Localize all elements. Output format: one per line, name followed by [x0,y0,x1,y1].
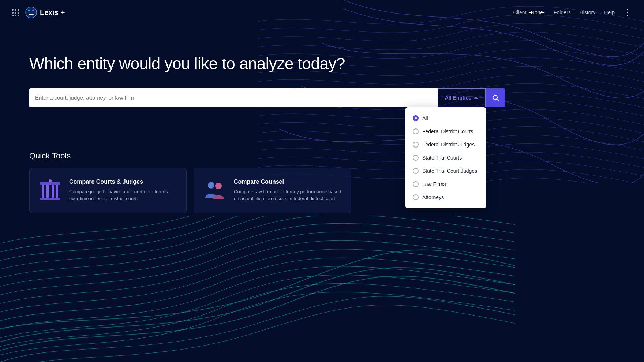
quick-tools-title: Quick Tools [29,151,615,161]
compare-courts-info: Compare Courts & Judges Compare judge be… [69,179,177,202]
quick-tools-grid: Compare Courts & Judges Compare judge be… [29,168,615,213]
svg-rect-5 [40,198,60,200]
search-container: All Entities AllFederal District CourtsF… [29,88,505,107]
dropdown-option-all[interactable]: All [405,112,486,125]
search-icon [492,94,499,101]
compare-counsel-info: Compare Counsel Compare law firm and att… [234,179,342,202]
compare-counsel-title: Compare Counsel [234,179,342,185]
help-link[interactable]: Help [604,10,615,15]
svg-rect-9 [46,185,49,198]
radio-all [413,115,419,121]
compare-counsel-icon [203,179,226,202]
navbar-left: Lexis + [12,7,65,18]
search-button[interactable] [486,88,505,107]
logo-text: Lexis + [40,8,65,17]
navbar-right: Client: -None- Folders History Help ⋮ [513,8,632,17]
dropdown-option-federal-district-courts[interactable]: Federal District Courts [405,125,486,138]
chevron-up-icon [474,97,478,99]
folders-link[interactable]: Folders [554,10,571,15]
svg-rect-8 [42,185,44,198]
dropdown-option-federal-district-judges[interactable]: Federal District Judges [405,138,486,151]
entity-filter-button[interactable]: All Entities [438,88,486,107]
filter-button-label: All Entities [445,95,471,101]
compare-courts-title: Compare Courts & Judges [69,179,177,185]
compare-counsel-description: Compare law firm and attorney performanc… [234,188,342,202]
svg-point-12 [208,182,214,189]
navbar: Lexis + Client: -None- Folders History H… [0,0,644,25]
dropdown-label-all: All [422,115,428,121]
more-options-icon[interactable]: ⋮ [624,8,632,17]
svg-point-3 [493,95,497,100]
svg-point-13 [215,183,222,189]
svg-rect-6 [40,182,60,185]
apps-grid-icon[interactable] [12,9,19,16]
history-link[interactable]: History [580,10,596,15]
compare-courts-card[interactable]: Compare Courts & Judges Compare judge be… [29,168,187,213]
svg-line-4 [497,99,499,101]
dropdown-label-federal-district-courts: Federal District Courts [422,128,473,134]
compare-courts-icon [38,179,62,202]
main-content: Which entity would you like to analyze t… [0,25,644,151]
page-headline: Which entity would you like to analyze t… [29,54,615,74]
logo[interactable]: Lexis + [25,7,65,18]
svg-point-0 [26,7,37,18]
client-info: Client: -None- [513,10,545,15]
radio-federal-district-judges [413,142,419,148]
quick-tools-section: Quick Tools Compare Courts & Judges Comp… [0,151,644,213]
svg-point-7 [49,179,52,182]
compare-courts-description: Compare judge behavior and courtroom tre… [69,188,177,202]
radio-federal-district-courts [413,128,419,134]
dropdown-label-federal-district-judges: Federal District Judges [422,142,475,148]
search-input-wrapper [29,88,438,107]
compare-counsel-card[interactable]: Compare Counsel Compare law firm and att… [194,168,351,213]
svg-rect-11 [56,185,58,198]
svg-rect-10 [52,185,54,198]
search-input[interactable] [35,94,432,101]
